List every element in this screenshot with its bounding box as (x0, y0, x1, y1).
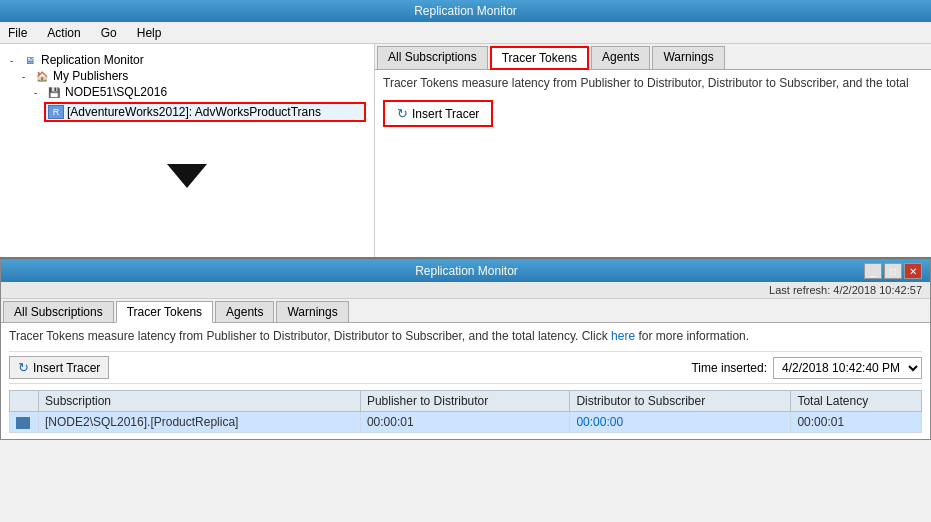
bottom-window-title: Replication Monitor (415, 264, 518, 278)
close-button[interactable]: ✕ (904, 263, 922, 279)
bottom-tabs: All Subscriptions Tracer Tokens Agents W… (1, 299, 930, 323)
tree-panel: - 🖥 Replication Monitor - 🏠 My Publisher… (0, 44, 375, 257)
server-icon: 💾 (46, 85, 62, 99)
menu-action[interactable]: Action (43, 25, 84, 41)
replication-icon: R (48, 105, 64, 119)
tree-item-adventure-works[interactable]: R [AdventureWorks2012]: AdvWorksProductT… (44, 102, 366, 122)
tree-node-replication-monitor[interactable]: - 🖥 Replication Monitor (8, 52, 366, 68)
menu-help[interactable]: Help (133, 25, 166, 41)
table-header: Subscription Publisher to Distributor Di… (10, 391, 922, 412)
bottom-title-bar: Replication Monitor _ □ ✕ (1, 260, 930, 282)
cell-total-latency: 00:00:01 (791, 412, 922, 433)
tab-warnings-upper[interactable]: Warnings (652, 46, 724, 69)
expand-icon-sql[interactable]: - (34, 87, 46, 98)
minimize-button[interactable]: _ (864, 263, 882, 279)
expand-icon-publishers[interactable]: - (22, 71, 34, 82)
upper-tabs: All Subscriptions Tracer Tokens Agents W… (375, 44, 931, 70)
insert-tracer-button-upper[interactable]: ↻ Insert Tracer (383, 100, 493, 127)
tree-node-adventure-works: R [AdventureWorks2012]: AdvWorksProductT… (44, 102, 366, 122)
maximize-button[interactable]: □ (884, 263, 902, 279)
col-subscription: Subscription (39, 391, 361, 412)
cell-subscription: [NODE2\SQL2016].[ProductReplica] (39, 412, 361, 433)
insert-tracer-icon-bottom: ↻ (18, 360, 29, 375)
arrow-container (4, 148, 370, 168)
dist-to-sub-link[interactable]: 00:00:00 (576, 415, 623, 429)
tab-tracer-tokens-bottom[interactable]: Tracer Tokens (116, 301, 213, 323)
here-link[interactable]: here (611, 329, 635, 343)
insert-tracer-label-bottom: Insert Tracer (33, 361, 100, 375)
tree-root: - 🖥 Replication Monitor - 🏠 My Publisher… (4, 48, 370, 128)
insert-tracer-button-bottom[interactable]: ↻ Insert Tracer (9, 356, 109, 379)
window-controls: _ □ ✕ (864, 263, 922, 279)
time-inserted-select[interactable]: 4/2/2018 10:42:40 PM (773, 357, 922, 379)
toolbar-row: ↻ Insert Tracer Time inserted: 4/2/2018 … (9, 351, 922, 384)
tab-tracer-tokens-upper[interactable]: Tracer Tokens (490, 46, 589, 70)
bottom-window: Replication Monitor _ □ ✕ Last refresh: … (0, 259, 931, 440)
tab-all-subscriptions-upper[interactable]: All Subscriptions (377, 46, 488, 69)
bottom-tab-content: Tracer Tokens measure latency from Publi… (1, 323, 930, 439)
upper-section: - 🖥 Replication Monitor - 🏠 My Publisher… (0, 44, 931, 259)
col-pub-to-dist: Publisher to Distributor (360, 391, 570, 412)
insert-tracer-icon-upper: ↻ (397, 106, 408, 121)
menu-file[interactable]: File (4, 25, 31, 41)
col-total-latency: Total Latency (791, 391, 922, 412)
menu-bar: File Action Go Help (0, 22, 931, 44)
upper-tab-description: Tracer Tokens measure latency from Publi… (383, 76, 923, 90)
tree-label-node-sql: NODE51\SQL2016 (65, 85, 167, 99)
row-icon (16, 417, 30, 429)
insert-tracer-label-upper: Insert Tracer (412, 107, 479, 121)
table-body: [NODE2\SQL2016].[ProductReplica] 00:00:0… (10, 412, 922, 433)
table-row[interactable]: [NODE2\SQL2016].[ProductReplica] 00:00:0… (10, 412, 922, 433)
tree-label-root: Replication Monitor (41, 53, 144, 67)
publishers-icon: 🏠 (34, 69, 50, 83)
monitor-icon: 🖥 (22, 53, 38, 67)
data-table: Subscription Publisher to Distributor Di… (9, 390, 922, 433)
app-title-bar: Replication Monitor (0, 0, 931, 22)
tracer-description: Tracer Tokens measure latency from Publi… (9, 329, 922, 343)
tree-node-my-publishers: - 🏠 My Publishers - 💾 NODE51\SQL2016 R (20, 68, 366, 122)
upper-content-panel: All Subscriptions Tracer Tokens Agents W… (375, 44, 931, 257)
col-icon (10, 391, 39, 412)
time-inserted-row: Time inserted: 4/2/2018 10:42:40 PM (691, 357, 922, 379)
tree-label-my-publishers: My Publishers (53, 69, 128, 83)
tab-agents-bottom[interactable]: Agents (215, 301, 274, 322)
tab-agents-upper[interactable]: Agents (591, 46, 650, 69)
tree-label-adventure-works: [AdventureWorks2012]: AdvWorksProductTra… (67, 105, 321, 119)
menu-go[interactable]: Go (97, 25, 121, 41)
tree-item-node-sql[interactable]: - 💾 NODE51\SQL2016 (32, 84, 366, 100)
app-title: Replication Monitor (414, 4, 517, 18)
last-refresh: Last refresh: 4/2/2018 10:42:57 (1, 282, 930, 299)
cell-pub-to-dist: 00:00:01 (360, 412, 570, 433)
expand-icon-root[interactable]: - (10, 55, 22, 66)
row-icon-cell (10, 412, 39, 433)
tree-item-my-publishers[interactable]: - 🏠 My Publishers (20, 68, 366, 84)
cell-dist-to-sub: 00:00:00 (570, 412, 791, 433)
upper-tab-content: Tracer Tokens measure latency from Publi… (375, 70, 931, 257)
time-inserted-label: Time inserted: (691, 361, 767, 375)
col-dist-to-sub: Distributor to Subscriber (570, 391, 791, 412)
tab-all-subscriptions-bottom[interactable]: All Subscriptions (3, 301, 114, 322)
arrow-head (167, 164, 207, 188)
tree-node-sql2016: - 💾 NODE51\SQL2016 R [AdventureWorks2012… (32, 84, 366, 122)
table-header-row: Subscription Publisher to Distributor Di… (10, 391, 922, 412)
tab-warnings-bottom[interactable]: Warnings (276, 301, 348, 322)
